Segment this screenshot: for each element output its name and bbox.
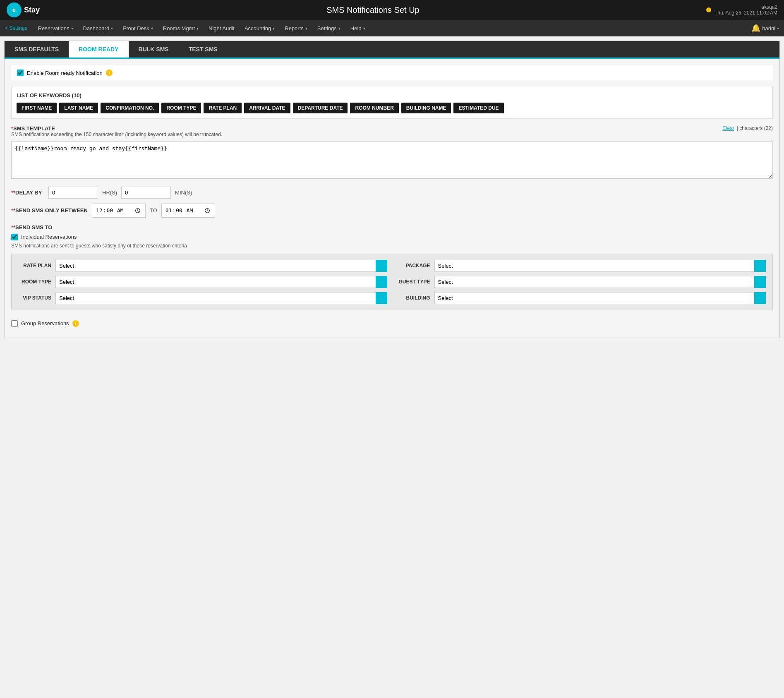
datetime: Thu, Aug 26, 2021 11:02 AM <box>714 10 777 16</box>
rate-plan-select[interactable]: Select <box>55 260 387 272</box>
settings-link[interactable]: < Settings <box>5 25 27 31</box>
template-header: *SMS TEMPLATE SMS notifications exceedin… <box>11 125 773 140</box>
send-sms-to-label: **SEND SMS TO <box>11 224 773 230</box>
chevron-down-icon: ▾ <box>111 26 113 31</box>
vip-status-label: VIP STATUS <box>18 295 51 301</box>
keyword-buildingname[interactable]: BUILDING NAME <box>401 103 451 113</box>
nav-item-accounting[interactable]: Accounting ▾ <box>240 20 279 36</box>
keywords-title: LIST OF KEYWORDS (10) <box>17 92 767 98</box>
vip-status-select-wrapper: Select <box>55 292 387 304</box>
chevron-down-icon: ▾ <box>338 26 340 31</box>
sms-template-section: *SMS TEMPLATE SMS notifications exceedin… <box>11 125 773 180</box>
room-type-row: ROOM TYPE Select <box>18 276 387 288</box>
username: aksqa2 <box>714 4 777 10</box>
tab-bar: SMS DEFAULTS ROOM READY BULK SMS TEST SM… <box>5 41 779 59</box>
top-bar: e Stay SMS Notifications Set Up aksqa2 T… <box>0 0 784 20</box>
tab-sms-defaults[interactable]: SMS DEFAULTS <box>5 41 69 58</box>
package-select[interactable]: Select <box>434 260 766 272</box>
bell-icon[interactable]: 🔔 <box>751 24 760 33</box>
nav-item-dashboard[interactable]: Dashboard ▾ <box>79 20 117 36</box>
delay-hours-input[interactable] <box>48 187 98 199</box>
nav-item-nightaudit[interactable]: Night Audit <box>204 20 239 36</box>
nav-item-help[interactable]: Help ▾ <box>346 20 369 36</box>
tab-test-sms[interactable]: TEST SMS <box>179 41 228 58</box>
individual-reservations-row: Individual Reservations <box>11 234 773 240</box>
logo-area: e Stay <box>7 2 40 17</box>
group-reservations-checkbox[interactable] <box>11 320 18 327</box>
nav-item-settings[interactable]: Settings ▾ <box>313 20 345 36</box>
building-label: BUILDING <box>397 295 430 301</box>
chevron-down-icon: ▾ <box>71 26 73 31</box>
keyword-confirmationno[interactable]: CONFIRMATION NO. <box>101 103 159 113</box>
vip-status-row: VIP STATUS Select <box>18 292 387 304</box>
info-icon: i <box>72 320 79 327</box>
package-label: PACKAGE <box>397 263 430 269</box>
content-area: Enable Room ready Notification i LIST OF… <box>5 59 779 338</box>
tab-room-ready[interactable]: ROOM READY <box>69 41 128 58</box>
chevron-down-icon: ▾ <box>777 26 779 31</box>
send-to-time-input[interactable] <box>161 204 215 218</box>
main-container: SMS DEFAULTS ROOM READY BULK SMS TEST SM… <box>4 41 780 338</box>
room-type-select[interactable]: Select <box>55 276 387 288</box>
template-actions: Clear | characters (22) <box>722 125 773 131</box>
criteria-description: SMS notifications are sent to guests who… <box>11 243 773 249</box>
send-from-time-input[interactable] <box>92 204 146 218</box>
chevron-down-icon: ▾ <box>273 26 275 31</box>
nav-item-reservations[interactable]: Reservations ▾ <box>34 20 77 36</box>
to-label: TO <box>150 207 157 213</box>
keyword-lastname[interactable]: LAST NAME <box>59 103 98 113</box>
nav-item-roomsmgmt[interactable]: Rooms Mgmt ▾ <box>159 20 203 36</box>
enable-notification-checkbox[interactable] <box>17 70 24 76</box>
user-info: aksqa2 Thu, Aug 26, 2021 11:02 AM <box>714 4 777 16</box>
keyword-roomtype[interactable]: ROOM TYPE <box>161 103 201 113</box>
info-icon: i <box>106 70 113 76</box>
sms-template-textarea[interactable]: {{lastName}}room ready go and stay{{firs… <box>11 142 773 179</box>
guest-type-label: GUEST TYPE <box>397 279 430 285</box>
clear-button[interactable]: Clear <box>722 125 734 131</box>
rate-plan-select-wrapper: Select <box>55 260 387 272</box>
room-type-label: ROOM TYPE <box>18 279 51 285</box>
keywords-section: LIST OF KEYWORDS (10) FIRST NAME LAST NA… <box>11 87 773 119</box>
mins-unit-label: MIN(S) <box>175 189 192 196</box>
nav-user[interactable]: harini ▾ <box>762 25 779 31</box>
status-indicator <box>706 7 711 12</box>
logo-text: Stay <box>24 6 40 14</box>
template-label-area: *SMS TEMPLATE SMS notifications exceedin… <box>11 125 222 140</box>
keyword-departuredate[interactable]: DEPARTURE DATE <box>293 103 348 113</box>
page-title: SMS Notifications Set Up <box>326 5 420 15</box>
nav-item-frontdesk[interactable]: Front Desk ▾ <box>119 20 157 36</box>
send-between-section: **SEND SMS ONLY BETWEEN TO <box>11 204 773 218</box>
rate-plan-row: RATE PLAN Select <box>18 260 387 272</box>
chevron-down-icon: ▾ <box>151 26 153 31</box>
send-sms-to-section: **SEND SMS TO Individual Reservations SM… <box>11 224 773 331</box>
chevron-down-icon: ▾ <box>197 26 199 31</box>
keyword-roomnumber[interactable]: ROOM NUMBER <box>350 103 398 113</box>
tab-bulk-sms[interactable]: BULK SMS <box>129 41 179 58</box>
keyword-arrivaldate[interactable]: ARRIVAL DATE <box>244 103 290 113</box>
group-reservations-label: Group Reservations <box>21 320 69 326</box>
delay-mins-input[interactable] <box>121 187 171 199</box>
individual-reservations-checkbox[interactable] <box>11 234 18 240</box>
enable-notification-label: Enable Room ready Notification <box>27 70 103 76</box>
building-select[interactable]: Select <box>434 292 766 304</box>
criteria-grid: RATE PLAN Select PACKAGE Select <box>11 254 773 310</box>
delay-label: **DELAY BY <box>11 189 44 196</box>
building-row: BUILDING Select <box>397 292 766 304</box>
vip-status-select[interactable]: Select <box>55 292 387 304</box>
nav-bar: < Settings Reservations ▾ Dashboard ▾ Fr… <box>0 20 784 36</box>
keyword-rateplan[interactable]: RATE PLAN <box>204 103 242 113</box>
send-between-label: **SEND SMS ONLY BETWEEN <box>11 207 88 213</box>
guest-type-row: GUEST TYPE Select <box>397 276 766 288</box>
keyword-firstname[interactable]: FIRST NAME <box>17 103 57 113</box>
nav-item-reports[interactable]: Reports ▾ <box>281 20 312 36</box>
keyword-estimateddue[interactable]: ESTIMATED DUE <box>453 103 503 113</box>
package-row: PACKAGE Select <box>397 260 766 272</box>
top-right: aksqa2 Thu, Aug 26, 2021 11:02 AM <box>706 4 777 16</box>
logo-icon: e <box>7 2 22 17</box>
rate-plan-label: RATE PLAN <box>18 263 51 269</box>
chevron-down-icon: ▾ <box>363 26 365 31</box>
individual-reservations-label: Individual Reservations <box>21 234 77 240</box>
template-label-text: SMS TEMPLATE <box>13 125 55 132</box>
char-count: | characters (22) <box>737 125 773 131</box>
guest-type-select[interactable]: Select <box>434 276 766 288</box>
